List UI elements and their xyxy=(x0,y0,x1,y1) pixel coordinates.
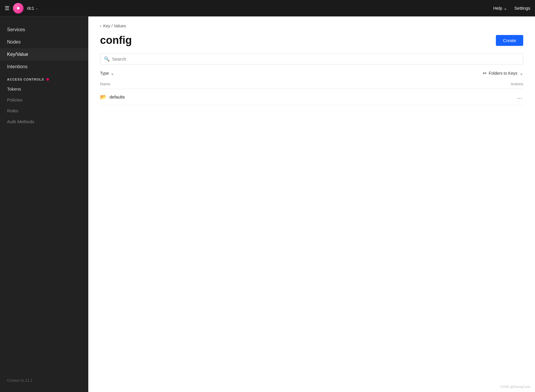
access-controls-status-dot xyxy=(46,78,49,81)
type-filter-chevron-icon: ⌄ xyxy=(111,71,114,76)
hamburger-menu[interactable]: ☰ xyxy=(5,5,9,11)
type-filter-dropdown[interactable]: Type ⌄ xyxy=(100,71,114,76)
settings-button[interactable]: Settings xyxy=(514,6,530,11)
sidebar-item-policies[interactable]: Policies xyxy=(0,94,88,105)
help-chevron-icon: ⌄ xyxy=(504,6,507,11)
breadcrumb-chevron-icon: ‹ xyxy=(100,24,102,28)
view-toggle-label: Folders to Keys xyxy=(489,71,517,76)
dc-chevron-icon: ⌄ xyxy=(35,6,38,10)
help-label: Help xyxy=(493,6,502,11)
view-toggle-dropdown[interactable]: ⇔ Folders to Keys ⌄ xyxy=(483,70,523,76)
top-navigation: ☰ dc1 ⌄ Help ⌄ Settings xyxy=(0,0,535,16)
view-toggle-chevron-icon: ⌄ xyxy=(520,71,523,76)
sidebar-item-intentions[interactable]: Intentions xyxy=(0,61,88,73)
table-header: Name Actions xyxy=(100,79,523,89)
watermark: CSDN @ZhangCurie xyxy=(500,385,530,388)
dc-selector[interactable]: dc1 ⌄ xyxy=(27,6,38,11)
search-bar: 🔍 xyxy=(100,54,523,64)
sidebar-item-services[interactable]: Services xyxy=(0,24,88,36)
access-controls-label: ACCESS CONTROLS xyxy=(0,73,88,84)
folder-icon: 📂 xyxy=(100,94,107,100)
type-filter-label: Type xyxy=(100,71,109,76)
logo xyxy=(13,3,24,14)
column-actions-header: Actions xyxy=(511,82,523,86)
search-icon: 🔍 xyxy=(104,56,110,62)
breadcrumb-link[interactable]: Key / Values xyxy=(103,24,126,28)
sidebar-item-auth-methods[interactable]: Auth Methods xyxy=(0,116,88,127)
breadcrumb[interactable]: ‹ Key / Values xyxy=(100,24,523,28)
page-header: config Create xyxy=(100,34,523,46)
sort-icon: ⇔ xyxy=(483,70,486,76)
help-button[interactable]: Help ⌄ xyxy=(493,6,507,11)
search-input[interactable] xyxy=(112,56,519,61)
sidebar-item-roles[interactable]: Roles xyxy=(0,105,88,116)
column-name-header: Name xyxy=(100,82,110,86)
sidebar-item-nodes[interactable]: Nodes xyxy=(0,36,88,48)
page-title: config xyxy=(100,34,132,46)
main-content: ‹ Key / Values config Create 🔍 Type ⌄ xyxy=(88,16,535,392)
table-row: 📂 defaults … xyxy=(100,89,523,105)
dc-label: dc1 xyxy=(27,6,34,11)
row-name[interactable]: defaults xyxy=(109,94,125,99)
version-label: Consul v1.11.1 xyxy=(0,373,88,387)
row-left: 📂 defaults xyxy=(100,94,125,100)
toolbar: Type ⌄ ⇔ Folders to Keys ⌄ xyxy=(100,70,523,76)
row-actions-menu[interactable]: … xyxy=(517,94,523,100)
sidebar-item-keyvalue[interactable]: Key/Value xyxy=(0,48,88,61)
create-button[interactable]: Create xyxy=(496,35,523,46)
consul-logo xyxy=(13,3,24,14)
sidebar: Services Nodes Key/Value Intentions ACCE… xyxy=(0,16,88,392)
sidebar-item-tokens[interactable]: Tokens xyxy=(0,84,88,94)
